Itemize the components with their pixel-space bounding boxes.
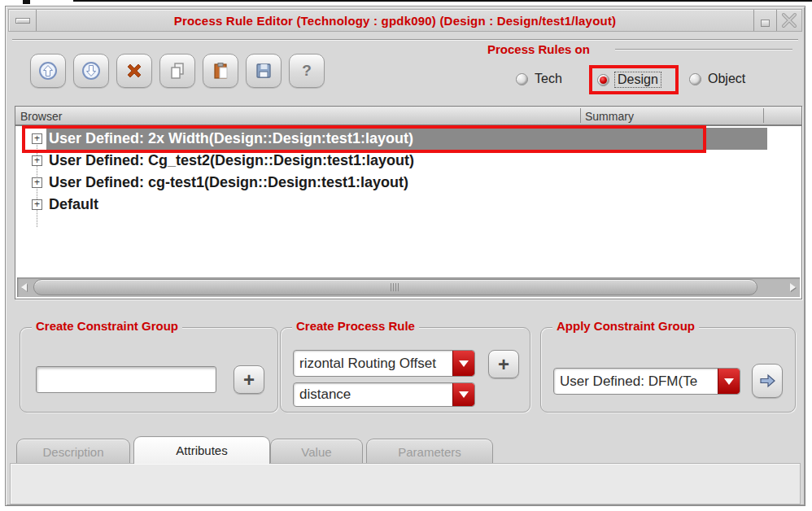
browser-column-header: Browser — [20, 110, 62, 123]
dropdown-arrow-icon[interactable] — [452, 383, 474, 406]
titlebar: Process Rule Editor (Technology : gpdk09… — [8, 9, 802, 32]
create-process-rule-title: Create Process Rule — [292, 319, 419, 333]
client-area: ? Process Rules on Tech Design Object Br… — [8, 34, 802, 503]
window-title: Process Rule Editor (Technology : gpdk09… — [37, 10, 753, 31]
delete-x-icon — [124, 61, 144, 81]
constraint-group-name-input[interactable] — [36, 366, 216, 393]
summary-column-header: Summary — [585, 110, 634, 123]
process-rule-dropdown[interactable]: rizontal Routing Offset — [293, 350, 475, 377]
tab-attributes[interactable]: Attributes — [133, 436, 270, 464]
column-divider[interactable] — [763, 108, 764, 123]
window-menu-icon — [15, 18, 30, 24]
radio-object-label: Object — [708, 72, 745, 86]
tree-row-user-defined-2x-width[interactable]: + User Defined: 2x Width(Design::Design:… — [15, 128, 801, 150]
copy-button[interactable] — [159, 54, 195, 88]
tab-description[interactable]: Description — [16, 439, 130, 464]
tree-row-user-defined-cg-test1[interactable]: + User Defined: cg-test1(Design::Design:… — [15, 172, 801, 194]
close-icon — [780, 11, 798, 29]
save-floppy-icon — [254, 61, 273, 81]
dropdown-arrow-icon[interactable] — [718, 369, 740, 394]
column-divider[interactable] — [580, 108, 581, 123]
close-button[interactable] — [776, 10, 801, 31]
tree-row-user-defined-cg-test2[interactable]: + User Defined: Cg_test2(Design::Design:… — [15, 150, 801, 172]
add-process-rule-button[interactable]: + — [488, 350, 519, 378]
scroll-right-button[interactable] — [786, 277, 800, 297]
process-rules-on-label: Process Rules on — [487, 42, 590, 56]
apply-button[interactable] — [752, 364, 783, 398]
create-constraint-group-title: Create Constraint Group — [32, 319, 182, 333]
maximize-button[interactable] — [753, 10, 776, 31]
maximize-icon — [761, 20, 770, 27]
tree-row-default[interactable]: + Default — [15, 194, 801, 216]
radio-circle-selected-icon[interactable] — [597, 74, 609, 86]
tab-parameters[interactable]: Parameters — [366, 439, 493, 464]
horizontal-scrollbar[interactable] — [17, 277, 800, 297]
help-icon: ? — [302, 62, 312, 80]
scroll-right-icon — [790, 283, 796, 291]
scrollbar-grip-icon — [391, 283, 400, 291]
window-menu-button[interactable] — [9, 10, 37, 31]
radio-design-label[interactable]: Design — [614, 72, 661, 88]
radio-object[interactable]: Object — [689, 72, 745, 86]
save-button[interactable] — [246, 54, 282, 88]
tab-value[interactable]: Value — [270, 439, 363, 464]
paste-icon — [211, 61, 230, 81]
scroll-left-icon — [21, 283, 27, 291]
apply-arrow-icon — [757, 371, 777, 391]
delete-button[interactable] — [116, 54, 152, 88]
apply-constraint-group-dropdown[interactable]: User Defined: DFM(Te — [553, 368, 740, 395]
arrow-down-icon — [81, 60, 102, 81]
expand-plus-icon[interactable]: + — [32, 177, 42, 188]
design-annotation-box: Design — [589, 65, 679, 94]
expand-plus-icon[interactable]: + — [32, 155, 42, 166]
rule-tree: + User Defined: 2x Width(Design::Design:… — [15, 128, 801, 216]
dropdown-arrow-icon[interactable] — [452, 351, 474, 376]
scrollbar-thumb[interactable] — [33, 279, 757, 295]
browser-header: Browser Summary — [15, 107, 801, 126]
tab-content-panel — [10, 463, 801, 504]
screenshot-edge-artifact — [23, 0, 30, 4]
separator — [12, 39, 798, 41]
groupbox-line — [615, 49, 792, 50]
move-down-button[interactable] — [73, 54, 109, 88]
process-rule-editor-window: Process Rule Editor (Technology : gpdk09… — [5, 6, 805, 506]
plus-icon: + — [243, 370, 255, 390]
paste-button[interactable] — [203, 54, 238, 88]
radio-circle-icon — [516, 73, 528, 85]
plus-icon: + — [498, 355, 509, 374]
help-button[interactable]: ? — [289, 54, 325, 88]
apply-constraint-group-title: Apply Constraint Group — [552, 319, 699, 333]
browser-panel: Browser Summary + User Defined: 2x Width… — [15, 106, 802, 299]
expand-plus-icon[interactable]: + — [32, 133, 42, 144]
move-up-button[interactable] — [30, 54, 66, 88]
screenshot-edge-artifact — [73, 0, 812, 2]
expand-plus-icon[interactable]: + — [32, 199, 42, 210]
copy-icon — [168, 61, 187, 81]
add-constraint-group-button[interactable]: + — [234, 365, 264, 394]
radio-circle-icon — [689, 73, 701, 85]
scroll-left-button[interactable] — [17, 277, 31, 297]
arrow-up-icon — [37, 60, 59, 81]
radio-tech[interactable]: Tech — [516, 72, 562, 86]
rule-type-dropdown[interactable]: distance — [293, 382, 475, 407]
radio-tech-label: Tech — [535, 72, 562, 86]
